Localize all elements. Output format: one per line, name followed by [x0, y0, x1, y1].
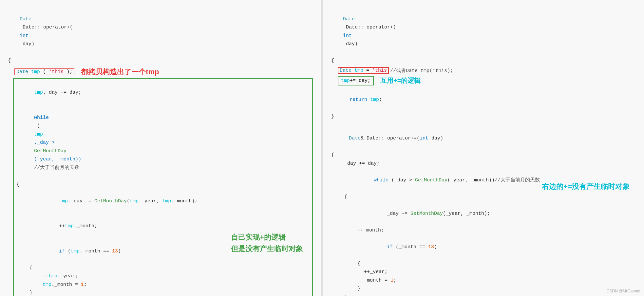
if-close: }: [16, 289, 198, 296]
right-open: {: [331, 57, 636, 65]
year-inc-left: ++tmp._year;: [16, 272, 198, 281]
tmp-day-plus: tmp._day += day;: [16, 80, 310, 105]
right-pluseq-row: tmp+= day; 互用+=的逻辑: [338, 75, 636, 86]
right-func-sig: Date Date:: operator+( int day): [331, 7, 636, 57]
return-tmp-right: return tmp;: [331, 87, 636, 113]
copy-line-row: Date tmp ( *this ); 都拷贝构造出了一个tmp: [14, 67, 313, 77]
while-close-right: }: [331, 293, 540, 296]
while-open-right: {: [331, 193, 540, 201]
if-close-right: }: [331, 285, 540, 293]
if-open-right: {: [331, 260, 540, 268]
right-copy-row: Date tmp = *this //或者Date tmp(*this);: [338, 67, 636, 74]
if-open: {: [16, 264, 198, 272]
right-close: }: [331, 112, 636, 121]
right-pluseq-box: tmp+= day;: [338, 76, 374, 85]
right-copy-box: Date tmp = *this: [338, 67, 389, 74]
panel-divider: [321, 0, 323, 296]
day-pluseq-right: _day += day;: [331, 159, 636, 168]
year-inc-right: ++_year;: [331, 268, 540, 276]
green-ann-line1: 自己实现+的逻辑: [231, 231, 303, 243]
if-line-right: if (_month == 13): [331, 234, 540, 260]
while-line-right: while (_day > GetMonthDay(_year, _month)…: [331, 168, 540, 193]
copy-annotation: 都拷贝构造出了一个tmp: [81, 67, 159, 77]
month-inc-right: ++_month;: [331, 226, 540, 235]
tmp-day-minus: tmp._day -= GetMonthDay(tmp._year, tmp._…: [16, 189, 198, 214]
green-inner-block: tmp._day -= GetMonthDay(tmp._year, tmp._…: [16, 189, 310, 296]
kw-int-left: int: [20, 33, 28, 39]
green-annotation: 自己实现+的逻辑 但是没有产生临时对象: [231, 189, 310, 296]
right-annotation-block: 右边的+=没有产生临时对象: [542, 181, 636, 192]
day-minus-right: _day -= GetMonthDay(_year, _month);: [331, 201, 540, 226]
right-while-row: while (_day > GetMonthDay(_year, _month)…: [331, 168, 636, 296]
right-bottom-sig: Date& Date:: operator+=(int day): [331, 126, 636, 151]
while-open: {: [16, 180, 310, 189]
left-open: {: [8, 57, 313, 65]
right-panel: Date Date:: operator+( int day) { Date t…: [323, 0, 644, 296]
right-bottom-open: {: [331, 151, 636, 159]
right-bottom-section: Date& Date:: operator+=(int day) { _day …: [331, 126, 636, 296]
green-code-block: tmp._day += day; while ( tmp ._day > Get…: [13, 78, 313, 296]
left-func-sig: Date Date:: operator+( int day): [8, 7, 313, 57]
green-ann-line2: 但是没有产生临时对象: [231, 243, 303, 254]
tmp-month-inc: ++tmp._month;: [16, 214, 198, 239]
right-ann: 右边的+=没有产生临时对象: [542, 181, 630, 192]
type-date: Date: [20, 16, 31, 22]
month-eq1-left: tmp._month = 1;: [16, 281, 198, 289]
copy-box: Date tmp ( *this );: [14, 68, 74, 75]
if-line-left: if (tmp._month == 13): [16, 239, 198, 264]
footer-note: CSDN @MrGaomc: [607, 289, 640, 293]
left-panel: Date Date:: operator+( int day) { Date t…: [0, 0, 321, 296]
month-eq1-right: _month = 1;: [331, 276, 540, 285]
pluseq-annotation: 互用+=的逻辑: [380, 76, 421, 85]
while-line-left: while ( tmp ._day > GetMonthDay (_year, …: [16, 105, 310, 180]
